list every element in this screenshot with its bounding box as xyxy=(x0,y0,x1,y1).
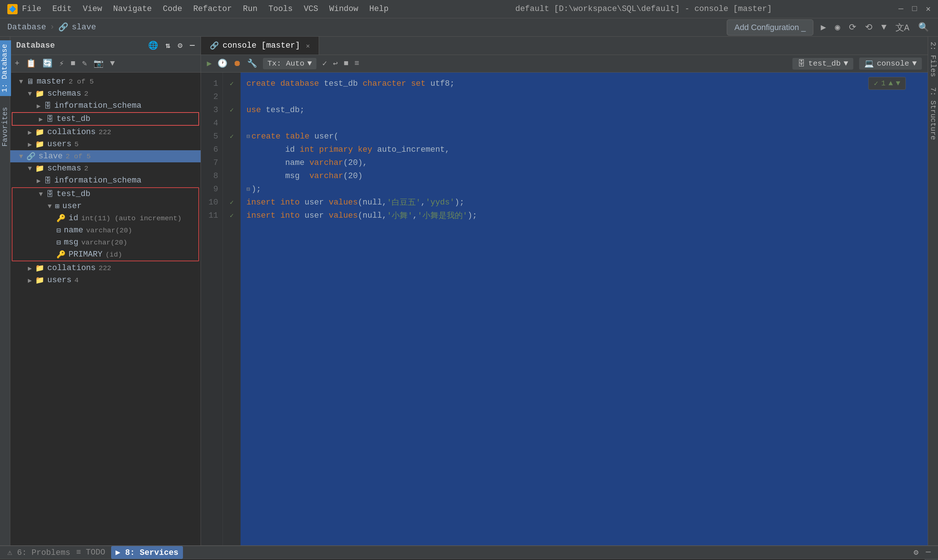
filter-icon[interactable]: ▼ xyxy=(110,59,115,68)
tools-button[interactable]: 🔧 xyxy=(247,58,257,69)
gutter-8 xyxy=(223,169,240,183)
vtab-database[interactable]: 1: Database xyxy=(0,40,11,96)
menu-window[interactable]: Window xyxy=(329,5,358,14)
tree-master[interactable]: ▼ 🖥 master 2 of 5 xyxy=(10,75,200,88)
slave-schemas-arrow: ▼ xyxy=(28,165,35,172)
schemas-count: 2 xyxy=(84,90,88,98)
query-icon[interactable]: ⚡ xyxy=(59,58,64,69)
main-container: 1: Database Favorites Database 🌐 ⇅ ⚙ — +… xyxy=(0,37,938,545)
tx-selector[interactable]: Tx: Auto ▼ xyxy=(263,58,316,69)
history-button[interactable]: 🕐 xyxy=(217,58,227,69)
tree-col-msg[interactable]: ⊟ msg varchar(20) xyxy=(12,236,199,248)
rvtab-files[interactable]: 2: Files xyxy=(927,37,938,82)
gutter-3: ✓ xyxy=(223,103,240,117)
slave-testdb-arrow: ▼ xyxy=(39,191,46,198)
db-icon: 🗄 xyxy=(798,59,805,68)
copy-icon[interactable]: 📋 xyxy=(26,58,36,69)
rvtab-structure[interactable]: 7: Structure xyxy=(927,82,938,145)
minimize-button[interactable]: — xyxy=(898,5,903,14)
stop-button[interactable]: ■ xyxy=(343,59,348,68)
globe-icon[interactable]: 🌐 xyxy=(148,41,158,51)
settings-icon-bottom[interactable]: ⚙ xyxy=(914,548,919,557)
db-selector[interactable]: 🗄 test_db ▼ xyxy=(792,58,853,70)
check-badge-down[interactable]: ▼ xyxy=(896,79,900,88)
menu-code[interactable]: Code xyxy=(163,5,182,14)
breadcrumb-database[interactable]: Database xyxy=(7,23,46,32)
check-badge-up[interactable]: ▲ xyxy=(889,79,893,88)
title-bar-left: 🔷 File Edit View Navigate Code Refactor … xyxy=(7,4,389,14)
db-selector-label: test_db xyxy=(808,59,841,68)
tree-col-name[interactable]: ⊟ name varchar(20) xyxy=(12,224,199,236)
vtab-favorites[interactable]: Favorites xyxy=(0,103,11,150)
master-db-icon: 🖥 xyxy=(26,77,34,86)
toolbar-icon-3[interactable]: ⟳ xyxy=(847,20,858,34)
menu-vcs[interactable]: VCS xyxy=(303,5,318,14)
collapse-icon[interactable]: — xyxy=(190,41,195,50)
tree-information-schema[interactable]: ▶ 🗄 information_schema xyxy=(10,100,200,112)
tree-slave-info-schema[interactable]: ▶ 🗄 information_schema xyxy=(10,174,200,186)
tree-col-primary[interactable]: 🔑 PRIMARY (id) xyxy=(12,248,199,261)
menu-view[interactable]: View xyxy=(83,5,102,14)
code-line-4 xyxy=(246,117,922,130)
tree-master-testdb[interactable]: ▶ 🗄 test_db xyxy=(12,112,199,126)
toolbar-icon-2[interactable]: ◉ xyxy=(833,20,842,34)
undo-button[interactable]: ↩ xyxy=(333,58,338,69)
check-badge: ✓ 1 ▲ ▼ xyxy=(868,77,906,90)
settings-icon[interactable]: ⚙ xyxy=(178,41,183,51)
tree-collations[interactable]: ▶ 📁 collations 222 xyxy=(10,126,200,138)
snapshot-icon[interactable]: 📷 xyxy=(94,58,103,69)
menu-navigate[interactable]: Navigate xyxy=(113,5,152,14)
slave-collations-count: 222 xyxy=(99,264,111,272)
info-schema-label: information_schema xyxy=(54,101,142,110)
tree-slave-user-table[interactable]: ▼ ⊞ user xyxy=(12,200,199,212)
run-button[interactable]: ▶ xyxy=(207,58,212,69)
tab-close-button[interactable]: ✕ xyxy=(306,42,310,50)
refresh-icon[interactable]: 🔄 xyxy=(43,58,52,69)
breadcrumb-slave[interactable]: slave xyxy=(72,23,96,32)
sync-icon[interactable]: ⇅ xyxy=(165,41,170,51)
tree-col-id[interactable]: 🔑 id int(11) (auto increment) xyxy=(12,212,199,224)
translate-icon[interactable]: 文A xyxy=(894,20,911,35)
toolbar-icon-5[interactable]: ▼ xyxy=(880,21,888,34)
menu-help[interactable]: Help xyxy=(369,5,389,14)
todo-tab[interactable]: ≡ TODO xyxy=(76,548,105,557)
menu-file[interactable]: File xyxy=(22,5,42,14)
services-tab[interactable]: ▶ 8: Services xyxy=(111,546,183,559)
toolbar-icon-4[interactable]: ⟲ xyxy=(864,20,874,34)
close-button[interactable]: ✕ xyxy=(926,4,931,14)
collapse-bottom-icon[interactable]: — xyxy=(926,548,931,557)
console-tab[interactable]: 🔗 console [master] ✕ xyxy=(201,37,319,55)
tree-users[interactable]: ▶ 📁 users 5 xyxy=(10,138,200,150)
top-toolbar-right: Add Configuration _ ▶ ◉ ⟳ ⟲ ▼ 文A 🔍 xyxy=(727,19,931,35)
run-icon[interactable]: ▶ xyxy=(819,20,827,34)
editor-gutter: ✓ ✓ ✓ ✓ ✓ xyxy=(223,72,240,545)
console-selector[interactable]: 💻 console ▼ xyxy=(859,57,922,70)
tree-slave-schemas[interactable]: ▼ 📁 schemas 2 xyxy=(10,162,200,174)
menu-tools[interactable]: Tools xyxy=(268,5,293,14)
tree-slave[interactable]: ▼ 🔗 slave 2 of 5 xyxy=(10,150,200,162)
db-panel-toolbar: + 📋 🔄 ⚡ ■ ✎ 📷 ▼ xyxy=(10,55,200,72)
tree-slave-collations[interactable]: ▶ 📁 collations 222 xyxy=(10,262,200,274)
menu-edit[interactable]: Edit xyxy=(52,5,72,14)
window-title: default [D:\workspace\SQL\default] - con… xyxy=(389,5,899,14)
search-icon[interactable]: 🔍 xyxy=(917,20,931,34)
edit-icon[interactable]: ✎ xyxy=(82,58,87,69)
format-button[interactable]: ≡ xyxy=(354,59,359,68)
add-icon[interactable]: + xyxy=(15,59,19,68)
tree-slave-users[interactable]: ▶ 📁 users 4 xyxy=(10,274,200,286)
slave-collations-arrow: ▶ xyxy=(28,264,35,272)
menu-refactor[interactable]: Refactor xyxy=(193,5,232,14)
add-configuration-button[interactable]: Add Configuration _ xyxy=(727,19,813,35)
problems-tab[interactable]: ⚠ 6: Problems xyxy=(7,548,71,557)
user-table-label: user xyxy=(62,202,82,211)
tree-master-schemas[interactable]: ▼ 📁 schemas 2 xyxy=(10,88,200,100)
code-line-10: insert into user values(null,'白豆五','yyds… xyxy=(246,196,922,209)
menu-run[interactable]: Run xyxy=(243,5,258,14)
breakpoint-button[interactable]: ⏺ xyxy=(233,58,241,69)
stop-icon[interactable]: ■ xyxy=(71,59,75,68)
checkmark-button[interactable]: ✓ xyxy=(322,58,327,69)
tree-slave-testdb[interactable]: ▼ 🗄 test_db xyxy=(12,188,199,200)
code-content[interactable]: create database test_db character set ut… xyxy=(240,72,928,545)
maximize-button[interactable]: □ xyxy=(912,5,917,14)
slave-users-arrow: ▶ xyxy=(28,276,35,285)
